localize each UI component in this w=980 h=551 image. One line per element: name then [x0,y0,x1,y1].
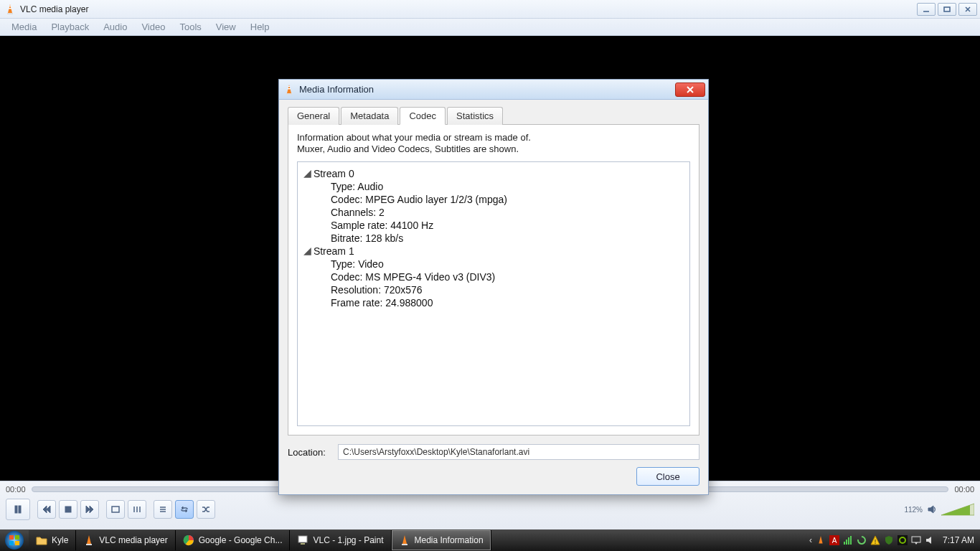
time-elapsed: 00:00 [6,485,26,494]
vlc-cone-icon [399,534,410,546]
tab-general[interactable]: General [288,107,339,125]
svg-rect-35 [15,535,19,540]
tree-row: Codec: MS MPEG-4 Video v3 (DIV3) [331,271,684,283]
svg-marker-45 [402,535,407,544]
network-signal-icon[interactable] [843,535,853,545]
caret-down-icon: ◢ [303,245,311,256]
tree-row: Codec: MPEG Audio layer 1/2/3 (mpga) [331,194,684,205]
taskbar-clock[interactable]: 7:17 AM [943,535,974,545]
taskbar-item-label: VLC media player [99,535,167,545]
start-button[interactable] [0,529,29,551]
taskbar-item-vlc[interactable]: VLC media player [76,530,175,550]
menu-audio[interactable]: Audio [96,22,134,32]
action-center-icon[interactable] [911,535,921,545]
play-pause-button[interactable] [6,499,30,520]
fullscreen-button[interactable] [106,500,125,519]
volume-tray-icon[interactable] [925,535,935,545]
svg-rect-12 [65,507,71,512]
tree-row: Type: Video [331,258,684,270]
taskbar-item-media-info[interactable]: Media Information [392,530,491,550]
svg-marker-24 [928,506,933,513]
previous-button[interactable] [37,500,56,519]
svg-rect-8 [15,506,17,513]
menu-media[interactable]: Media [4,22,44,32]
taskbar-item-label: Kyle [52,535,68,545]
vlc-cone-icon [83,534,95,546]
svg-rect-39 [86,544,92,545]
svg-marker-10 [43,506,47,513]
volume-percent-label: 112% [904,506,923,514]
window-maximize-button[interactable] [938,3,956,16]
taskbar-item-label: VLC - 1.jpg - Paint [313,535,383,545]
sync-icon[interactable] [857,535,867,545]
svg-rect-3 [9,6,11,6]
svg-marker-47 [819,536,822,544]
svg-marker-22 [182,507,183,509]
loop-button[interactable] [175,500,194,519]
svg-text:A: A [832,537,837,545]
menu-bar: Media Playback Audio Video Tools View He… [0,19,980,36]
dialog-titlebar[interactable]: Media Information [279,80,708,100]
dialog-tabs: General Metadata Codec Statistics [288,107,699,125]
tree-label: Stream 1 [314,245,354,257]
menu-view[interactable]: View [209,22,243,32]
caret-down-icon: ◢ [303,167,311,179]
menu-playback[interactable]: Playback [44,22,96,32]
speaker-icon[interactable] [925,500,938,519]
taskbar-item-chrome[interactable]: Google - Google Ch... [176,530,291,550]
shield-icon[interactable] [884,535,894,545]
taskbar-item-paint[interactable]: VLC - 1.jpg - Paint [290,530,391,550]
svg-rect-36 [9,541,14,545]
panel-description-line: Muxer, Audio and Video Codecs, Subtitles… [297,143,690,155]
menu-video[interactable]: Video [134,22,172,32]
volume-slider[interactable] [941,502,974,517]
nvidia-icon[interactable] [897,535,908,545]
svg-rect-46 [402,544,407,545]
stop-button[interactable] [59,500,77,519]
taskbar: Kyle VLC media player Google - Google Ch… [0,529,980,551]
svg-rect-44 [301,543,305,545]
location-field[interactable]: C:\Users\Arstyfoxx\Desktop\Kyle\Stanafor… [338,444,699,460]
tree-row: Type: Audio [331,181,684,192]
close-button[interactable]: Close [636,467,699,486]
svg-marker-23 [186,509,187,512]
svg-marker-14 [90,506,93,513]
alert-icon[interactable]: ! [870,535,880,545]
dialog-close-button[interactable] [675,83,705,97]
location-label: Location: [288,447,331,458]
svg-marker-38 [87,535,91,544]
chrome-icon [183,534,194,546]
svg-rect-50 [844,542,845,545]
time-total: 00:00 [954,485,974,494]
taskbar-item-explorer[interactable]: Kyle [29,530,76,550]
codec-tree[interactable]: ◢ Stream 0 Type: Audio Codec: MPEG Audio… [297,161,690,427]
tab-metadata[interactable]: Metadata [341,107,398,125]
folder-icon [36,534,47,546]
adobe-icon[interactable]: A [829,535,839,545]
tray-show-hidden-icon[interactable]: ‹ [809,535,812,545]
menu-help[interactable]: Help [243,22,277,32]
taskbar-item-label: Media Information [415,535,484,545]
tree-stream-header[interactable]: ◢ Stream 1 [303,245,684,257]
tree-row: Sample rate: 44100 Hz [331,220,684,231]
location-value: C:\Users\Arstyfoxx\Desktop\Kyle\Stanafor… [343,447,529,457]
playlist-button[interactable] [154,500,172,519]
shuffle-button[interactable] [197,500,215,519]
next-button[interactable] [80,500,99,519]
window-minimize-button[interactable] [917,3,936,16]
extended-settings-button[interactable] [128,500,146,519]
svg-rect-15 [112,507,119,512]
svg-marker-59 [926,537,931,544]
svg-rect-28 [286,93,292,95]
window-close-button[interactable] [958,3,977,16]
tree-row: Frame rate: 24.988000 [331,297,684,309]
tree-label: Stream 0 [314,168,354,179]
tab-statistics[interactable]: Statistics [447,107,503,125]
window-titlebar: VLC media player [0,0,980,19]
menu-tools[interactable]: Tools [172,22,208,32]
vlc-cone-icon[interactable] [816,535,826,545]
svg-marker-13 [86,506,90,513]
svg-rect-9 [19,506,21,513]
tab-codec[interactable]: Codec [400,107,446,125]
tree-stream-header[interactable]: ◢ Stream 0 [303,168,684,179]
